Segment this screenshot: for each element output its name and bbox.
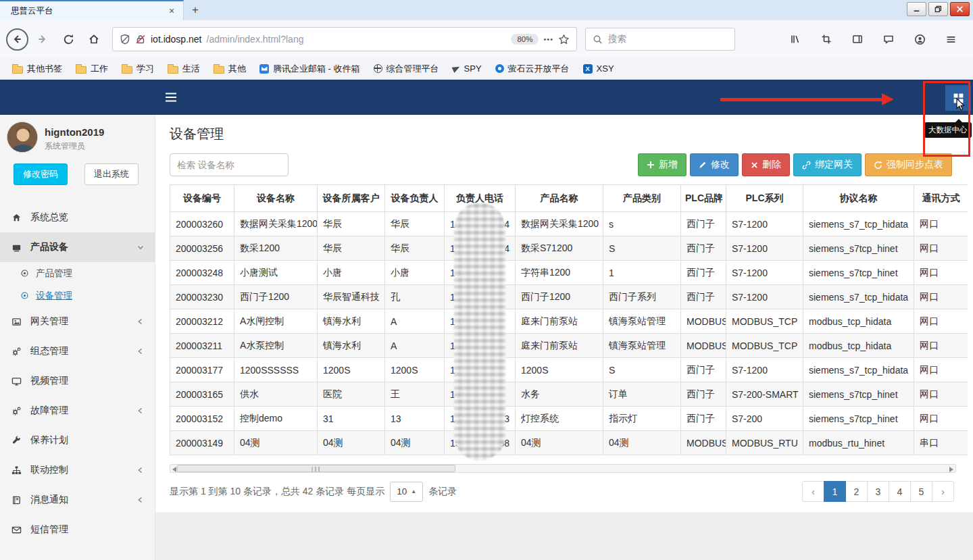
pagination-page-3[interactable]: 3 [867,481,889,502]
privacy-blur-overlay [454,203,505,461]
force-sync-button[interactable]: 强制同步点表 [865,153,952,176]
library-icon[interactable] [784,28,807,51]
logout-button[interactable]: 退出系统 [84,163,139,185]
edit-button[interactable]: 修改 [690,153,739,176]
chat-bubble-icon[interactable] [877,28,900,51]
table-row[interactable]: 2000031771200SSSSSS1200S1200S151200SS西门子… [170,358,968,382]
page-size-dropdown[interactable]: 10 ▲ [390,482,423,502]
table-cell: 西门子 [681,382,726,407]
browser-chrome: 思普云平台 × + iot.idosp.net/admin/index.html… [0,0,973,80]
pencil-icon [699,161,707,169]
table-cell: MODBUS [681,334,726,358]
horizontal-scrollbar[interactable] [170,464,956,473]
back-button[interactable] [5,28,28,51]
table-row[interactable]: 200003211A水泵控制镇海水利A13庭来门前泵站镇海泵站管理MODBUSM… [170,334,968,358]
table-row[interactable]: 200003260数据网关采集1200华辰华辰1804数据网关采集1200s西门… [170,212,968,236]
bookmarks-bar: 其他书签工作学习生活其他腾讯企业邮箱 - 收件箱综合管理平台SPY萤石云开放平台… [0,58,973,80]
menu-hamburger-icon[interactable] [939,28,962,51]
pagination-page-1[interactable]: 1 [824,481,846,502]
scrollbar-thumb[interactable] [177,465,455,472]
table-row[interactable]: 200003256数采1200华辰华辰184数采S71200S西门子S7-120… [170,236,968,261]
sidebar-item-maintenance[interactable]: 保养计划 [0,426,155,455]
add-button[interactable]: 新增 [638,153,687,176]
bookmark-label: 腾讯企业邮箱 - 收件箱 [273,63,360,75]
table-cell: modbus_tcp_hidata [803,309,914,334]
sidebar-item-config[interactable]: 组态管理 [0,336,155,366]
sidebar-subitem-product-mgmt[interactable]: 产品管理 [0,262,155,284]
column-header: 协议名称 [803,185,914,212]
bookmark-label: SPY [464,63,482,74]
table-cell: 1200S [318,358,385,382]
reload-button[interactable] [57,28,80,51]
sidebar-subitem-device-mgmt[interactable]: 设备管理 [0,284,155,307]
address-bar[interactable]: iot.idosp.net/admin/index.html?lang 80% … [112,27,577,51]
bookmark-folder[interactable]: 其他 [208,60,251,78]
sidebar: hignton2019 系统管理员 修改密码 退出系统 系统总览产品设备产品管理… [0,115,155,560]
scroll-left-arrow-icon[interactable] [172,467,176,472]
browser-tab[interactable]: 思普云平台 × [0,0,184,20]
sidebar-item-product-device[interactable]: 产品设备 [0,232,155,262]
bookmark-star-icon[interactable] [558,34,570,45]
pagination-info-left: 显示第 1 到第 10 条记录，总共 42 条记录 每页显示 [170,486,384,498]
zoom-level-button[interactable]: 80% [511,34,539,45]
device-search-input[interactable] [170,153,289,176]
bookmark-site[interactable]: SPY [447,61,487,76]
browser-search-field[interactable]: 搜索 [585,28,735,51]
pagination-prev[interactable]: ‹ [802,481,824,502]
bookmark-site[interactable]: XXSY [578,61,620,76]
insecure-lock-icon[interactable] [135,34,146,45]
table-cell: siemens_s7tcp_hinet [803,236,914,261]
titlebar-spacer [207,0,907,20]
window-restore-button[interactable] [928,2,948,16]
sidebar-toggle-icon[interactable] [165,93,177,102]
bookmark-folder[interactable]: 工作 [70,60,114,78]
bookmark-site[interactable]: 综合管理平台 [368,60,445,78]
sidebar-item-sms[interactable]: 短信管理 [0,515,155,544]
scroll-right-arrow-icon[interactable] [949,467,953,472]
sidebar-item-linkage[interactable]: 联动控制 [0,455,155,485]
window-close-button[interactable] [950,2,970,16]
sidebar-item-message[interactable]: 消息通知 [0,485,155,515]
bookmark-folder[interactable]: 学习 [116,60,159,78]
table-row[interactable]: 200003248小唐测试小唐小唐13字符串12001西门子S7-1200sie… [170,261,968,285]
window-minimize-button[interactable] [907,2,926,16]
table-cell: 04测 [234,431,318,455]
bind-gateway-button[interactable]: 绑定网关 [793,153,862,176]
bookmark-site[interactable]: 腾讯企业邮箱 - 收件箱 [254,60,366,78]
bookmark-folder[interactable]: 其他书签 [7,60,68,78]
caret-up-icon: ▲ [411,488,416,494]
home-button[interactable] [82,28,105,51]
table-row[interactable]: 200003230西门子1200华辰智通科技孔15西门子1200西门子系列西门子… [170,285,968,309]
sidebar-item-overview[interactable]: 系统总览 [0,203,155,232]
forward-button[interactable] [31,28,54,51]
account-icon[interactable] [908,28,931,51]
bookmark-folder[interactable]: 生活 [162,60,205,78]
change-password-button[interactable]: 修改密码 [14,163,68,185]
tracking-protection-shield-icon[interactable] [120,34,130,45]
sidebar-item-fault[interactable]: 故障管理 [0,396,155,426]
new-tab-button[interactable]: + [184,0,207,20]
pagination-page-4[interactable]: 4 [889,481,911,502]
pagination-page-5[interactable]: 5 [910,481,932,502]
table-cell: 200003152 [170,407,234,431]
page-actions-icon[interactable]: ••• [543,35,553,43]
sidebar-panel-icon[interactable] [846,28,869,51]
bookmark-site[interactable]: 萤石云开放平台 [490,60,575,78]
table-row[interactable]: 20000314904测04测04测158804测04测MODBUSMODBUS… [170,431,968,455]
pagination-info: 显示第 1 到第 10 条记录，总共 42 条记录 每页显示 10 ▲ 条记录 [170,482,457,502]
table-row[interactable]: 200003152控制demo3113153灯控系统指示灯西门子S7-200si… [170,407,968,431]
table-row[interactable]: 200003212A水闸控制镇海水利A13庭来门前泵站镇海泵站管理MODBUSM… [170,309,968,334]
table-cell: siemens_s7tcp_hinet [803,261,914,285]
image-icon [11,317,22,327]
table-row[interactable]: 200003165供水医院王18水务订单西门子S7-200-SMARTsieme… [170,382,968,407]
delete-button[interactable]: 删除 [742,153,790,176]
pagination-next[interactable]: › [932,481,954,502]
screenshot-crop-icon[interactable] [815,28,838,51]
table-cell: 数据网关采集1200 [516,212,603,236]
table-cell: 04测 [516,431,603,455]
table-toolbar: 新增修改删除绑定网关强制同步点表 [170,153,952,176]
sidebar-item-gateway[interactable]: 网关管理 [0,307,155,336]
tab-close-icon[interactable]: × [166,5,178,16]
pagination-page-2[interactable]: 2 [845,481,868,502]
sidebar-item-video[interactable]: 视频管理 [0,366,155,396]
